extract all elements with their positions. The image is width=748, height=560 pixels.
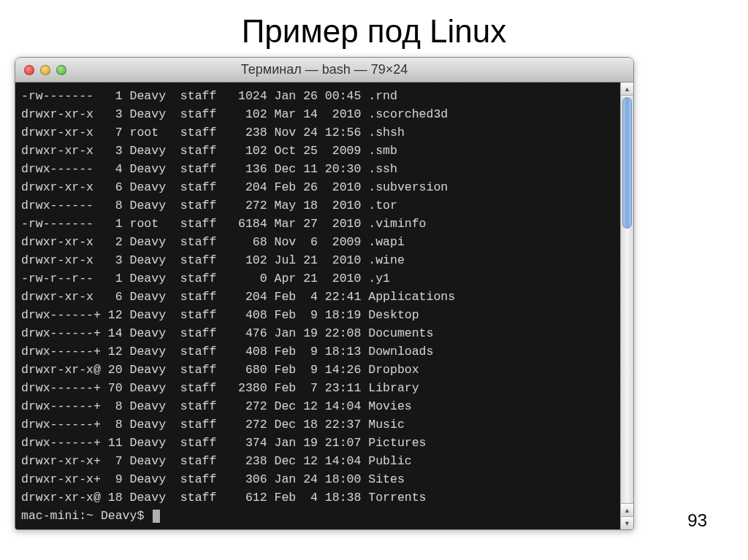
slide-title: Пример под Linux: [0, 0, 748, 57]
minimize-button[interactable]: [40, 65, 50, 75]
scroll-down-arrow-2[interactable]: ▼: [621, 516, 633, 529]
terminal-window: Терминал — bash — 79×24 -rw------- 1 Dea…: [15, 57, 634, 530]
traffic-lights: [15, 65, 66, 75]
scroll-down-arrow-1[interactable]: ▲: [621, 503, 633, 516]
window-titlebar[interactable]: Терминал — bash — 79×24: [15, 58, 633, 83]
close-button[interactable]: [24, 65, 34, 75]
cursor: [153, 510, 160, 523]
shell-prompt[interactable]: mac-mini:~ Deavy$: [21, 509, 151, 523]
scrollbar-thumb[interactable]: [622, 97, 632, 229]
zoom-button[interactable]: [56, 65, 66, 75]
page-number: 93: [687, 510, 707, 531]
scroll-up-arrow[interactable]: ▲: [621, 83, 633, 96]
terminal-output[interactable]: -rw------- 1 Deavy staff 1024 Jan 26 00:…: [15, 83, 620, 529]
scrollbar[interactable]: ▲ ▲ ▼: [620, 83, 633, 529]
window-title: Терминал — bash — 79×24: [15, 62, 633, 77]
